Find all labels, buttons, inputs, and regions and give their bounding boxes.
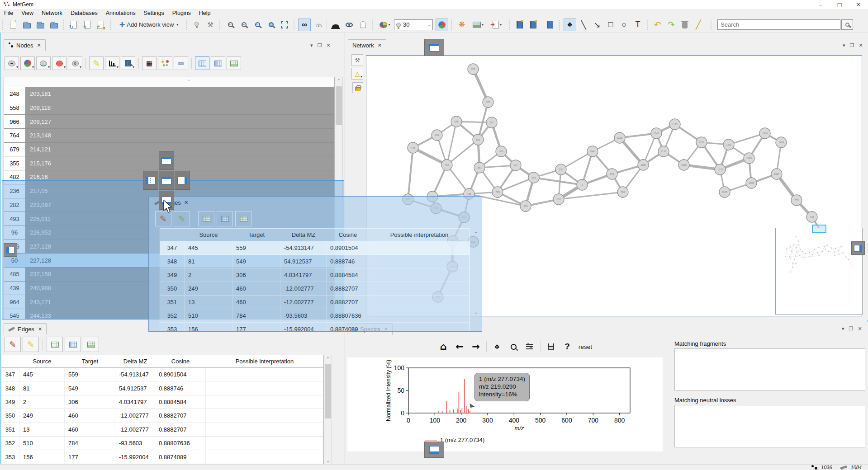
nodes-table-row[interactable]: 764213,148 <box>4 129 334 143</box>
edge-cell[interactable]: -54.913147 <box>115 368 155 381</box>
lamp-button[interactable] <box>190 19 203 31</box>
node-size-minus-button[interactable]: −▾ <box>5 56 19 70</box>
line-tool[interactable]: ╲ <box>577 19 590 31</box>
edge-cell[interactable]: 0.8882707 <box>155 423 206 437</box>
matching-neutral-losses-box[interactable] <box>674 405 865 447</box>
row-number[interactable]: 348 <box>1 381 19 395</box>
close-button[interactable]: ✕ <box>849 0 868 9</box>
matching-fragments-box[interactable] <box>674 348 865 391</box>
row-header[interactable]: 248 <box>4 87 25 101</box>
dock-top-target[interactable] <box>159 151 174 170</box>
network-edge[interactable] <box>408 148 413 199</box>
subplot-config-button[interactable] <box>522 339 537 354</box>
edge-cell[interactable]: 559 <box>65 368 115 381</box>
neighbors-button[interactable]: ⌂⌂ <box>312 19 324 31</box>
dock-center-target[interactable] <box>159 171 174 190</box>
edge-cell[interactable]: 4.0341797 <box>115 395 155 409</box>
collapse-button[interactable] <box>174 56 188 70</box>
edge-cell[interactable] <box>206 409 323 423</box>
show-hidden-toggle[interactable] <box>343 19 356 31</box>
clear-button[interactable]: ╱ <box>692 19 705 31</box>
dock-float-icon[interactable]: ❐ <box>850 42 854 48</box>
dock-menu-icon[interactable]: ▾ <box>843 42 845 48</box>
spectrum-plot[interactable]: 0501000100200300400500600700800m/zNormal… <box>347 357 663 451</box>
database-viewer-button[interactable] <box>513 19 526 31</box>
zoom-out-button[interactable]: − <box>237 19 250 31</box>
row-header[interactable]: 558 <box>4 101 25 115</box>
row-header[interactable]: 764 <box>4 129 25 142</box>
edge-cell[interactable]: 0.8884584 <box>155 395 206 409</box>
nodes-table-row[interactable]: 248203,181 <box>4 87 334 101</box>
dock-float-icon[interactable]: ❐ <box>318 42 322 48</box>
mz-cell[interactable]: 209,118 <box>25 101 334 115</box>
mz-cell[interactable]: 213,148 <box>25 129 334 142</box>
menu-item-help[interactable]: Help <box>195 9 215 17</box>
view-row-selection-button[interactable] <box>227 56 241 70</box>
add-network-view-button[interactable]: ✚ Add Network view ▾ <box>114 19 183 31</box>
maximize-button[interactable]: □ <box>830 0 849 9</box>
edge-cell[interactable]: -12.002777 <box>115 409 155 423</box>
edge-cell[interactable]: -12.002777 <box>115 423 155 437</box>
column-header-source[interactable]: Source <box>19 355 65 368</box>
edge-cell[interactable]: 13 <box>19 423 65 437</box>
pie-display-toggle[interactable] <box>436 19 448 31</box>
close-tab-icon[interactable]: ✕ <box>37 42 41 48</box>
menu-item-settings[interactable]: Settings <box>140 9 168 17</box>
save-project-button[interactable]: ↓ <box>34 19 47 31</box>
search-button[interactable] <box>841 19 853 30</box>
rectangle-tool[interactable]: □ <box>604 19 617 31</box>
incognito-toggle[interactable] <box>329 19 342 31</box>
close-tab-icon[interactable]: ✕ <box>378 42 382 48</box>
menu-item-annotations[interactable]: Annotations <box>102 9 140 17</box>
mz-cell[interactable]: 203,181 <box>25 87 334 101</box>
save-project-as-button[interactable]: ↓ <box>47 19 60 31</box>
nodes-table-row[interactable]: 966209,127 <box>4 115 334 129</box>
highlight-button[interactable]: ✎ <box>89 56 104 70</box>
edge-cell[interactable] <box>206 423 323 437</box>
close-tab-icon[interactable]: ✕ <box>38 326 42 332</box>
edge-cell[interactable]: 0.88807636 <box>155 437 206 450</box>
column-header-target[interactable]: Target <box>65 355 115 368</box>
save-figure-button[interactable] <box>543 339 559 354</box>
edge-cell[interactable] <box>206 437 323 450</box>
color-palette-button[interactable]: ▾ <box>376 19 394 31</box>
column-header-possible-interpretation[interactable]: Possible interpretation <box>206 355 323 368</box>
edge-cell[interactable]: 0.8882707 <box>155 409 206 423</box>
row-number[interactable]: 352 <box>1 437 19 450</box>
database-query-button[interactable] <box>527 19 540 31</box>
export-report-button[interactable]: ➔▾ <box>488 19 506 31</box>
dock-float-icon[interactable]: ❐ <box>849 326 854 332</box>
view-column-selection-button[interactable] <box>65 337 81 352</box>
undo-button[interactable]: ↶ <box>651 19 664 31</box>
export-image-button[interactable]: ▾ <box>469 19 487 31</box>
import-network-button[interactable]: ↻ <box>67 19 80 31</box>
scroll-up-icon[interactable]: ⌃ <box>324 355 332 362</box>
edge-cell[interactable]: 0.8901504 <box>155 368 206 381</box>
dock-indicator-right[interactable] <box>851 241 865 255</box>
dock-menu-icon[interactable]: ▾ <box>310 42 313 48</box>
tab-edges[interactable]: Edges ✕ <box>4 323 47 335</box>
row-number[interactable]: 353 <box>1 450 19 464</box>
edge-cell[interactable]: 460 <box>65 423 115 437</box>
menu-item-databases[interactable]: Databases <box>66 9 102 17</box>
column-header-delta-mz[interactable]: Delta MZ <box>115 355 155 368</box>
highlight-red-button[interactable]: ✎ <box>5 337 21 352</box>
edge-cell[interactable]: 0.888746 <box>155 381 206 395</box>
minimap-viewport[interactable] <box>812 225 826 233</box>
network-tools-button[interactable]: ⚒ <box>351 54 363 66</box>
zoom-rect-button[interactable] <box>506 339 521 354</box>
dock-indicator-left[interactable] <box>4 243 17 257</box>
scroll-down-icon[interactable]: ⌄ <box>324 457 332 464</box>
dock-menu-icon[interactable]: ▾ <box>842 326 844 332</box>
move-tool[interactable]: ↔↕ <box>564 19 576 31</box>
dock-close-icon[interactable]: ✕ <box>326 42 330 48</box>
menu-item-file[interactable]: File <box>0 9 17 17</box>
dock-indicator-top[interactable] <box>424 39 444 56</box>
import-metadata-button[interactable]: ↱ <box>95 19 107 31</box>
nodes-table-row[interactable]: 558209,118 <box>4 101 334 115</box>
dock-close-icon[interactable]: ✕ <box>858 326 862 332</box>
edge-cell[interactable]: 306 <box>65 395 115 409</box>
edge-cell[interactable]: 0.8874089 <box>155 450 206 464</box>
edge-cell[interactable]: 156 <box>19 450 65 464</box>
edge-cell[interactable] <box>206 381 323 395</box>
